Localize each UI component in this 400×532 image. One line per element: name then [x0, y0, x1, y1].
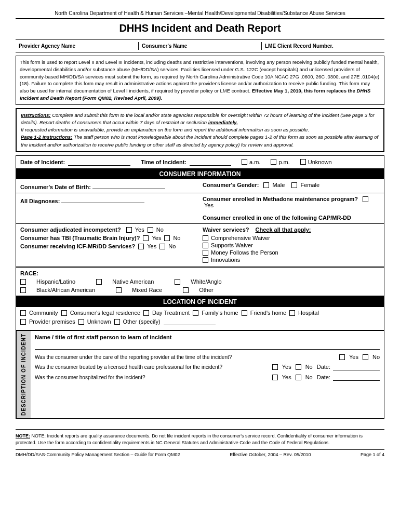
icf-yes-checkbox[interactable]	[138, 244, 144, 249]
hispanic-checkbox[interactable]	[20, 279, 26, 285]
community-checkbox[interactable]	[20, 310, 26, 316]
family-home-checkbox[interactable]	[193, 310, 198, 316]
male-checkbox[interactable]	[263, 182, 269, 188]
q2-no-checkbox[interactable]	[296, 364, 301, 370]
female-checkbox[interactable]	[291, 182, 297, 188]
adjudicated-tbi-icf-col: Consumer adjudicated incompetent? Yes No…	[20, 227, 203, 251]
date-input[interactable]	[68, 158, 130, 166]
question-2-row: Was the consumer treated by a licensed h…	[35, 363, 380, 370]
question-1-row: Was the consumer under the care of the r…	[35, 354, 380, 360]
adjudicated-waiver-row: Consumer adjudicated incompetent? Yes No…	[16, 224, 384, 267]
dob-field: Consumer's Date of Birth:	[20, 182, 203, 190]
q3-date-group: Date:	[317, 374, 380, 381]
description-sidebar: DESCRIPTION OF INCIDENT	[16, 331, 31, 418]
q3-no-checkbox[interactable]	[296, 375, 301, 380]
consumer-info-body: Consumer's Date of Birth: Consumer's Gen…	[16, 179, 384, 297]
question-1-answers: Yes No	[339, 354, 380, 360]
provider-premises-checkbox[interactable]	[20, 319, 26, 325]
description-section: DESCRIPTION OF INCIDENT Name / title of …	[16, 331, 384, 419]
consumer-name-label: Consumer's Name	[139, 42, 262, 50]
methadone-yes-checkbox[interactable]	[363, 196, 368, 202]
location-body: Community Consumer's legal residence Day…	[16, 307, 384, 331]
waiver-innovations: Innovations	[203, 257, 380, 263]
diagnoses-input[interactable]	[61, 196, 144, 203]
q3-date-input[interactable]	[333, 374, 380, 381]
tbi-no-checkbox[interactable]	[164, 235, 170, 241]
instructions-box: Instructions: Complete and submit this f…	[16, 108, 384, 152]
adjudicated-yes-checkbox[interactable]	[126, 227, 132, 233]
adjudicated-field: Consumer adjudicated incompetent? Yes No	[20, 227, 197, 233]
white-anglo-checkbox[interactable]	[175, 279, 180, 285]
icf-no-checkbox[interactable]	[159, 244, 165, 249]
waiver-comprehensive: Comprehensive Waiver	[203, 235, 380, 241]
race-row-1: Hispanic/Latino Native American White/An…	[20, 278, 380, 285]
race-row-2: Black/African American Mixed Race Other	[20, 287, 380, 293]
q3-yes-checkbox[interactable]	[272, 375, 278, 380]
provider-agency-label: Provider Agency Name	[16, 42, 139, 50]
comprehensive-waiver-checkbox[interactable]	[203, 235, 208, 241]
q2-date-input[interactable]	[333, 363, 380, 370]
q1-no-checkbox[interactable]	[363, 354, 368, 360]
icf-field: Consumer receiving ICF-MR/DD Services? Y…	[20, 243, 197, 249]
footer-note: NOTE: NOTE: Incident reports are quality…	[16, 429, 384, 446]
diagnoses-methadone-row: All Diagnoses: Consumer enrolled in Meth…	[16, 193, 384, 224]
tbi-field: Consumer has TBI (Traumatic Brain Injury…	[20, 235, 197, 241]
time-input[interactable]	[190, 158, 231, 166]
unknown-checkbox[interactable]	[300, 159, 306, 165]
innovations-checkbox[interactable]	[203, 257, 208, 263]
question-3-label: Was the consumer hospitalized for the in…	[35, 375, 267, 380]
diagnoses-field: All Diagnoses:	[20, 196, 203, 221]
native-american-checkbox[interactable]	[96, 279, 102, 285]
hospital-checkbox[interactable]	[289, 310, 295, 316]
agency-name-text: North Carolina Department of Health & Hu…	[55, 10, 345, 16]
pm-checkbox[interactable]	[271, 159, 276, 165]
question-2-label: Was the consumer treated by a licensed h…	[35, 364, 267, 370]
day-treatment-checkbox[interactable]	[143, 310, 149, 316]
q2-date-group: Date:	[317, 363, 380, 370]
footer-center: Effective October, 2004 – Rev. 05/2010	[230, 452, 311, 457]
description-content: Name / title of first staff person to le…	[31, 331, 384, 418]
am-checkbox[interactable]	[242, 159, 247, 165]
unknown-location-checkbox[interactable]	[78, 319, 84, 325]
am-checkbox-group: a.m.	[242, 159, 260, 165]
consumer-info-section-header: CONSUMER INFORMATION	[16, 169, 384, 179]
description-text-area[interactable]	[35, 384, 380, 415]
black-african-checkbox[interactable]	[20, 287, 26, 293]
adjudicated-no-checkbox[interactable]	[148, 227, 153, 233]
waiver-header: Waiver services? Check all that apply:	[203, 227, 380, 233]
pm-checkbox-group: p.m.	[271, 159, 289, 165]
legal-residence-checkbox[interactable]	[61, 310, 67, 316]
question-3-row: Was the consumer hospitalized for the in…	[35, 374, 380, 381]
tbi-yes-checkbox[interactable]	[143, 235, 149, 241]
page-title: DHHS Incident and Death Report	[16, 22, 384, 34]
methadone-field: Consumer enrolled in Methadone maintenan…	[203, 196, 380, 221]
supports-waiver-checkbox[interactable]	[203, 243, 208, 248]
question-1-label: Was the consumer under the care of the r…	[35, 354, 334, 360]
other-location-checkbox[interactable]	[114, 319, 120, 325]
footer-bottom: DMH/DD/SAS-Community Policy Management S…	[16, 449, 384, 457]
friends-home-checkbox[interactable]	[242, 310, 247, 316]
waiver-supports: Supports Waiver	[203, 242, 380, 248]
other-location-input[interactable]	[164, 318, 216, 325]
dob-gender-row: Consumer's Date of Birth: Consumer's Gen…	[16, 179, 384, 193]
provider-row: Provider Agency Name Consumer's Name LME…	[16, 39, 384, 52]
footer-right: Page 1 of 4	[361, 452, 384, 457]
staff-name-input[interactable]	[35, 341, 380, 350]
intro-text: This form is used to report Level II and…	[16, 56, 384, 105]
unknown-checkbox-group: Unknown	[300, 159, 332, 165]
waiver-col: Waiver services? Check all that apply: C…	[203, 227, 380, 264]
location-section-header: LOCATION OF INCIDENT	[16, 296, 384, 307]
question-2-answers: Yes No Date:	[272, 363, 380, 370]
q2-yes-checkbox[interactable]	[272, 364, 278, 370]
date-field-group: Date of Incident:	[20, 158, 130, 166]
other-race-checkbox[interactable]	[183, 287, 189, 293]
location-row-2: Provider premises Unknown Other (specify…	[20, 318, 380, 325]
agency-header: North Carolina Department of Health & Hu…	[16, 10, 384, 19]
lme-record-label: LME Client Record Number.	[262, 42, 384, 50]
time-field-group: Time of Incident:	[141, 158, 231, 166]
dob-input[interactable]	[92, 182, 165, 189]
q1-yes-checkbox[interactable]	[339, 354, 345, 360]
staff-name-row: Name / title of first staff person to le…	[35, 334, 380, 350]
mixed-race-checkbox[interactable]	[116, 287, 122, 293]
money-follows-checkbox[interactable]	[203, 250, 208, 256]
